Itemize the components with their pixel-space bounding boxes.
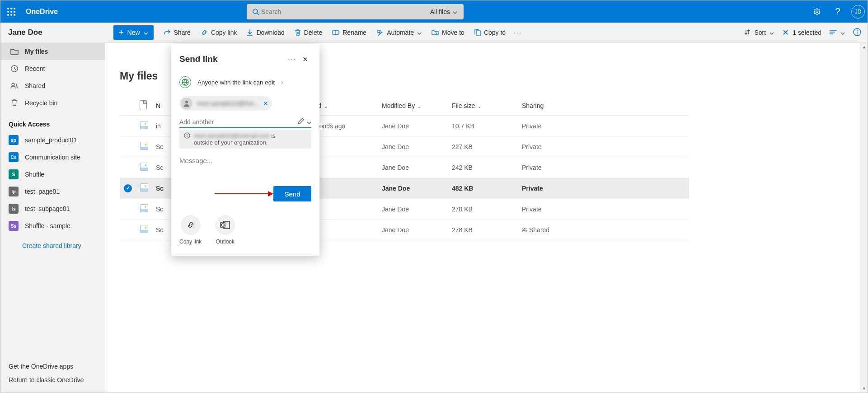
- share-icon: [164, 29, 171, 36]
- quick-access-label: Shuffle: [25, 171, 44, 178]
- quick-access-label: Communication site: [25, 154, 80, 161]
- checkmark-icon[interactable]: ✓: [124, 184, 132, 192]
- copy-to-button[interactable]: Copy to: [474, 29, 506, 36]
- info-icon: [184, 132, 190, 140]
- scroll-down-icon[interactable]: ▾: [860, 384, 868, 392]
- plus-icon: +: [119, 28, 124, 37]
- external-user-info: next.sample10@hotmail.com is outside of …: [179, 130, 311, 149]
- create-shared-library-link[interactable]: Create shared library: [0, 237, 105, 254]
- new-button[interactable]: + New: [113, 25, 154, 40]
- pencil-icon[interactable]: [298, 118, 304, 126]
- file-sharing[interactable]: Private: [518, 116, 689, 136]
- app-name[interactable]: OneDrive: [26, 8, 58, 16]
- outlook-icon: [215, 215, 235, 235]
- app-launcher-icon[interactable]: [0, 1, 22, 23]
- dialog-more-icon[interactable]: ···: [286, 53, 299, 66]
- nav-recent[interactable]: Recent: [0, 60, 105, 77]
- copy-link-button[interactable]: Copy link: [201, 29, 237, 36]
- dialog-close-icon[interactable]: ✕: [299, 53, 311, 66]
- file-size: 278 KB: [448, 199, 518, 220]
- move-to-button[interactable]: Move to: [432, 29, 464, 36]
- svg-marker-29: [268, 191, 273, 196]
- sort-button[interactable]: Sort: [744, 29, 774, 37]
- nav-my-files[interactable]: My files: [0, 43, 105, 60]
- image-file-icon: [140, 163, 148, 171]
- site-icon: Cs: [9, 152, 19, 162]
- copy-link-action[interactable]: Copy link: [179, 215, 202, 245]
- search-scope-dropdown[interactable]: All files: [427, 4, 460, 19]
- download-button[interactable]: Download: [247, 29, 284, 36]
- send-button[interactable]: Send: [273, 186, 311, 201]
- svg-point-4: [10, 11, 12, 13]
- message-input[interactable]: Message...: [179, 157, 311, 164]
- view-options-button[interactable]: [830, 29, 845, 36]
- file-modified-by: Jane Doe: [378, 178, 448, 199]
- file-sharing[interactable]: Private: [518, 178, 689, 199]
- add-recipient-input[interactable]: [179, 118, 295, 126]
- delete-button[interactable]: Delete: [295, 29, 322, 36]
- file-sharing[interactable]: Shared: [518, 220, 689, 240]
- rename-button[interactable]: Rename: [332, 29, 366, 36]
- suite-header: OneDrive All files ? JD: [0, 0, 868, 23]
- copy-icon: [474, 29, 481, 36]
- site-icon: S: [9, 169, 19, 179]
- quick-access-item[interactable]: tstest_subpage01: [0, 200, 105, 217]
- link-permission-button[interactable]: Anyone with the link can edit ›: [179, 76, 311, 88]
- nav-recycle-bin[interactable]: Recycle bin: [0, 94, 105, 112]
- clear-selection-button[interactable]: ✕ 1 selected: [782, 28, 821, 37]
- add-recipient-row[interactable]: [179, 116, 311, 128]
- chevron-down-icon: [144, 29, 148, 36]
- search-box[interactable]: All files: [247, 4, 464, 19]
- chevron-down-icon[interactable]: [307, 118, 311, 126]
- more-commands[interactable]: ···: [514, 29, 522, 36]
- nav-shared[interactable]: Shared: [0, 77, 105, 94]
- clock-icon: [10, 65, 19, 72]
- search-input[interactable]: [261, 8, 427, 15]
- automate-icon: [376, 29, 384, 36]
- get-apps-link[interactable]: Get the OneDrive apps: [9, 363, 105, 370]
- quick-access-item[interactable]: SShuffle: [0, 166, 105, 183]
- scroll-up-icon[interactable]: ▴: [860, 43, 868, 51]
- file-sharing[interactable]: Private: [518, 199, 689, 220]
- user-avatar[interactable]: JD: [851, 5, 865, 19]
- share-button[interactable]: Share: [164, 29, 191, 36]
- quick-access-item[interactable]: tptest_page01: [0, 183, 105, 200]
- svg-point-22: [523, 228, 525, 229]
- svg-point-7: [10, 14, 12, 16]
- file-sharing[interactable]: Private: [518, 136, 689, 157]
- remove-recipient-icon[interactable]: ✕: [263, 100, 268, 107]
- column-modified-by[interactable]: Modified By⌄: [378, 96, 448, 116]
- file-modified-by: Jane Doe: [378, 220, 448, 240]
- file-modified-by: Jane Doe: [378, 136, 448, 157]
- quick-access-item[interactable]: spsample_product01: [0, 131, 105, 149]
- svg-point-21: [12, 83, 14, 86]
- permission-label: Anyone with the link can edit: [197, 79, 275, 86]
- automate-button[interactable]: Automate: [376, 29, 422, 36]
- column-file-size[interactable]: File size⌄: [448, 96, 518, 116]
- details-pane-button[interactable]: [853, 28, 861, 37]
- column-sharing[interactable]: Sharing: [518, 96, 689, 116]
- outlook-action[interactable]: Outlook: [215, 215, 235, 245]
- file-size: 10.7 KB: [448, 116, 518, 136]
- svg-point-8: [14, 14, 15, 16]
- quick-access-label: sample_product01: [25, 136, 77, 144]
- chevron-down-icon: [453, 8, 457, 15]
- recipient-pill: next.sample10@hot... ✕: [179, 96, 272, 111]
- help-icon[interactable]: ?: [830, 5, 845, 19]
- image-file-icon: [140, 183, 148, 192]
- quick-access-item[interactable]: SsShuffle - sample: [0, 217, 105, 234]
- quick-access-header: Quick Access: [0, 112, 105, 131]
- file-size: 482 KB: [448, 178, 518, 199]
- scrollbar[interactable]: ▴ ▾: [860, 43, 868, 392]
- delete-icon: [295, 29, 301, 36]
- file-sharing[interactable]: Private: [518, 157, 689, 178]
- settings-icon[interactable]: [810, 5, 824, 19]
- filetype-column-icon[interactable]: [136, 96, 152, 116]
- svg-point-6: [7, 14, 9, 16]
- svg-point-19: [857, 30, 858, 30]
- move-icon: [432, 29, 439, 36]
- classic-link[interactable]: Return to classic OneDrive: [9, 376, 105, 384]
- quick-access-item[interactable]: CsCommunication site: [0, 149, 105, 166]
- info-email: next.sample10@hotmail.com: [194, 132, 270, 139]
- search-scope-label: All files: [430, 8, 450, 15]
